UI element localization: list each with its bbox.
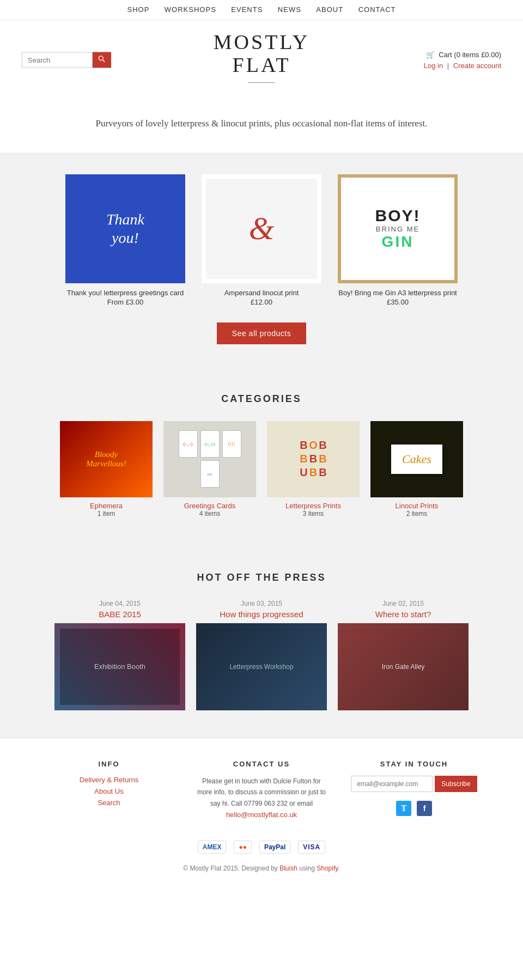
categories-section: CATEGORIES BloodyMarvellous! Ephemera 1 … xyxy=(0,366,523,545)
footer-search-link[interactable]: Search xyxy=(44,799,174,807)
payment-icons: AMEX ●● PayPal VISA xyxy=(22,841,501,854)
category-name: Greetings Cards xyxy=(163,502,256,510)
subscribe-button[interactable]: Subscribe xyxy=(435,776,477,792)
blog-post-item[interactable]: June 04, 2015 BABE 2015 Exhibition Booth xyxy=(54,600,185,710)
footer-delivery-link[interactable]: Delivery & Returns xyxy=(44,776,174,784)
product-thumb-text2: BRING ME xyxy=(376,225,419,233)
category-count: 4 items xyxy=(163,510,256,518)
footer-contact-col: CONTACT US Please get in touch with Dulc… xyxy=(196,760,327,824)
site-header: MOSTLY FLAT 🛒 Cart (0 items £0.00) Log i… xyxy=(0,20,523,100)
tagline: Purveyors of lovely letterpress & linocu… xyxy=(0,100,523,153)
category-name: Ephemera xyxy=(60,502,153,510)
category-thumbnail: BOB BBB UBB xyxy=(267,421,360,497)
search-input[interactable] xyxy=(22,52,93,68)
category-name: Letterpress Prints xyxy=(267,502,360,510)
category-name: Linocut Prints xyxy=(370,502,463,510)
logo-area: MOSTLY FLAT xyxy=(214,31,309,89)
category-item[interactable]: Cakes Linocut Prints 2 items xyxy=(370,421,463,518)
nav-contact[interactable]: CONTACT xyxy=(358,5,396,14)
product-name: Thank you! letterpress greetings card xyxy=(65,289,185,297)
svg-line-1 xyxy=(102,60,105,62)
mastercard-icon: ●● xyxy=(234,841,252,854)
category-count: 1 item xyxy=(60,510,153,518)
auth-separator: | xyxy=(447,61,451,69)
product-thumb-text1: BOY! xyxy=(375,206,421,225)
blog-post-item[interactable]: June 02, 2015 Where to start? Iron Gate … xyxy=(338,600,469,710)
product-name: Ampersand linocut print xyxy=(202,289,321,297)
footer-info-col: INFO Delivery & Returns About Us Search xyxy=(44,760,174,824)
category-item[interactable]: BloodyMarvellous! Ephemera 1 item xyxy=(60,421,153,518)
footer-copyright: © Mostly Flat 2015. Designed by Bluish u… xyxy=(22,865,501,872)
product-thumb-text: & xyxy=(249,210,275,247)
main-nav: SHOP WORKSHOPS EVENTS NEWS ABOUT CONTACT xyxy=(0,0,523,20)
footer-newsletter-col: STAY IN TOUCH Subscribe 𝕋 f xyxy=(349,760,479,824)
paypal-icon: PayPal xyxy=(259,841,290,854)
footer-newsletter-title: STAY IN TOUCH xyxy=(349,760,479,768)
nav-workshops[interactable]: WORKSHOPS xyxy=(165,5,216,14)
product-thumb-text: Thankyou! xyxy=(106,210,144,247)
post-date: June 04, 2015 xyxy=(54,600,185,607)
product-thumbnail: Thankyou! xyxy=(65,174,185,283)
logo-divider xyxy=(248,82,275,83)
footer-contact-title: CONTACT US xyxy=(196,760,327,768)
hot-press-section: HOT OFF THE PRESS June 04, 2015 BABE 201… xyxy=(0,545,523,738)
category-thumbnail: (-_-) (o_o) UU oo xyxy=(163,421,256,497)
search-form[interactable] xyxy=(22,52,111,68)
shopify-link[interactable]: Shopify xyxy=(317,865,338,872)
footer-info-title: INFO xyxy=(44,760,174,768)
posts-grid: June 04, 2015 BABE 2015 Exhibition Booth… xyxy=(16,600,507,710)
product-thumbnail: BOY! BRING ME GIN xyxy=(338,174,458,283)
product-thumbnail: & xyxy=(202,174,321,283)
category-item[interactable]: (-_-) (o_o) UU oo Greetings Cards 4 item… xyxy=(163,421,256,518)
cart-link[interactable]: 🛒 Cart (0 items £0.00) xyxy=(426,50,502,58)
product-price: £12.00 xyxy=(202,298,321,306)
newsletter-email-input[interactable] xyxy=(351,776,433,792)
footer-about-link[interactable]: About Us xyxy=(44,787,174,795)
post-thumbnail: Iron Gate Alley xyxy=(338,623,469,710)
product-thumb-text3: GIN xyxy=(382,233,414,251)
nav-news[interactable]: NEWS xyxy=(278,5,301,14)
nav-shop[interactable]: SHOP xyxy=(127,5,150,14)
login-link[interactable]: Log in xyxy=(424,61,443,69)
product-price: From £3.00 xyxy=(65,298,185,306)
product-item[interactable]: & Ampersand linocut print £12.00 xyxy=(202,174,321,306)
newsletter-form: Subscribe xyxy=(349,776,479,792)
amex-icon: AMEX xyxy=(198,841,227,854)
account-area: 🛒 Cart (0 items £0.00) Log in | Create a… xyxy=(424,50,501,69)
nav-about[interactable]: ABOUT xyxy=(316,5,343,14)
see-all-button[interactable]: See all products xyxy=(217,322,306,344)
cart-icon: 🛒 xyxy=(426,50,435,58)
post-title: Where to start? xyxy=(338,610,469,619)
svg-point-0 xyxy=(99,56,103,60)
search-area xyxy=(22,52,111,68)
social-icons: 𝕋 f xyxy=(349,801,479,816)
post-thumbnail: Letterpress Workshop xyxy=(196,623,327,710)
footer-contact-text: Please get in touch with Dulcie Fulton f… xyxy=(196,776,327,821)
categories-title: CATEGORIES xyxy=(11,393,512,405)
create-account-link[interactable]: Create account xyxy=(453,61,501,69)
post-date: June 02, 2015 xyxy=(338,600,469,607)
product-price: £35.00 xyxy=(338,298,458,306)
post-title: BABE 2015 xyxy=(54,610,185,619)
product-item[interactable]: BOY! BRING ME GIN Boy! Bring me Gin A3 l… xyxy=(338,174,458,306)
products-grid: Thankyou! Thank you! letterpress greetin… xyxy=(16,174,507,306)
category-count: 2 items xyxy=(370,510,463,518)
blog-post-item[interactable]: June 03, 2015 How things progressed Lett… xyxy=(196,600,327,710)
site-logo[interactable]: MOSTLY FLAT xyxy=(214,31,309,77)
product-item[interactable]: Thankyou! Thank you! letterpress greetin… xyxy=(65,174,185,306)
twitter-icon[interactable]: 𝕋 xyxy=(396,801,411,816)
cart-label: Cart (0 items £0.00) xyxy=(439,50,501,58)
category-thumbnail: BloodyMarvellous! xyxy=(60,421,153,497)
search-button[interactable] xyxy=(93,52,111,68)
hot-press-title: HOT OFF THE PRESS xyxy=(11,572,512,583)
post-date: June 03, 2015 xyxy=(196,600,327,607)
post-thumbnail: Exhibition Booth xyxy=(54,623,185,710)
featured-section: Thankyou! Thank you! letterpress greetin… xyxy=(0,153,523,366)
bluish-link[interactable]: Bluish xyxy=(279,865,297,872)
nav-events[interactable]: EVENTS xyxy=(231,5,263,14)
footer-email-link[interactable]: hello@mostlyflat.co.uk xyxy=(196,809,327,821)
visa-icon: VISA xyxy=(298,841,325,854)
facebook-icon[interactable]: f xyxy=(417,801,432,816)
auth-links: Log in | Create account xyxy=(424,61,501,69)
category-item[interactable]: BOB BBB UBB Letterpress Prints 3 items xyxy=(267,421,360,518)
